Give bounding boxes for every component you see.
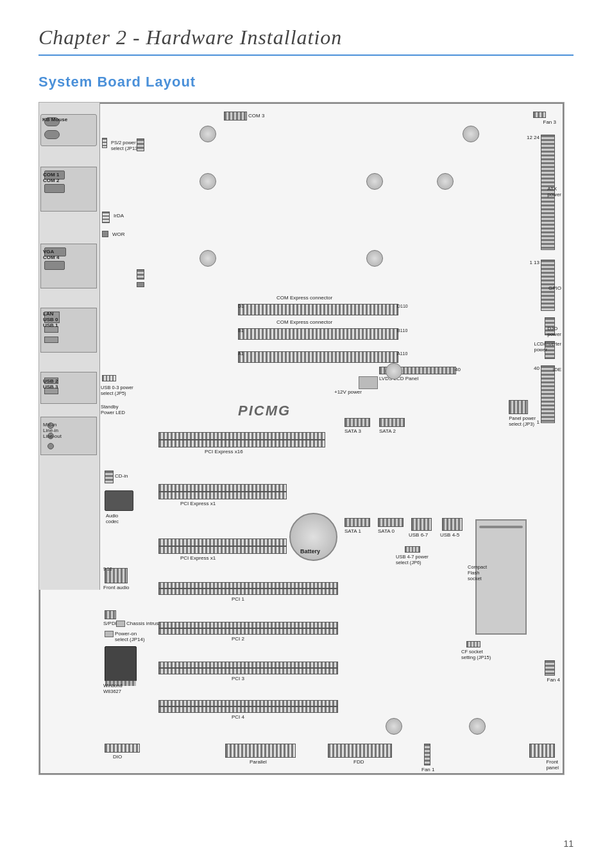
front-audio-label: Front audio <box>103 585 129 590</box>
audio-codec-ic <box>105 490 133 511</box>
usb67-label: USB 6-7 <box>409 532 428 538</box>
fan1-connector <box>424 744 430 765</box>
fan3-label: Fan 3 <box>543 119 556 125</box>
irda-connector <box>102 212 111 224</box>
wor-connector <box>102 231 110 238</box>
front-audio-9-label: 9 10 <box>103 567 112 571</box>
com-express-1-label: COM Express connector <box>276 295 332 301</box>
screw-hole-9 <box>386 718 402 735</box>
pci3-label: PCI 3 <box>232 676 244 681</box>
pcie-x1-1-bot <box>158 492 287 499</box>
pcie-x16-connector <box>158 432 325 440</box>
screw-hole-2 <box>463 126 479 142</box>
com3-connector <box>224 112 247 121</box>
atx-power-label: ATXpower <box>547 186 561 197</box>
pcie-x1-2-bot <box>158 546 287 554</box>
b1-label: B1 <box>238 328 244 333</box>
pci1-label: PCI 1 <box>232 596 244 602</box>
power-on-label: Power-onselect (JP14) <box>115 631 145 642</box>
page-container: Chapter 2 - Hardware Installation System… <box>0 0 612 868</box>
cf-setting-label: CF socketsetting (JP15) <box>461 649 491 660</box>
dio-label: DIO <box>113 754 122 760</box>
chassis-connector <box>116 621 125 627</box>
screw-hole-4 <box>366 173 383 190</box>
pci3-bot <box>158 668 338 674</box>
dio-connector <box>105 744 140 753</box>
chapter-title: Chapter 2 - Hardware Installation <box>38 26 574 49</box>
cdin-label: CD-in <box>115 473 128 479</box>
com-express-2-connector <box>238 328 398 340</box>
screw-hole-8 <box>386 363 402 380</box>
winbond-ic <box>105 646 137 681</box>
gpio-1-label: 1 13 <box>529 260 540 265</box>
sata0-label: SATA 0 <box>378 528 395 534</box>
pci4-bot <box>158 706 338 713</box>
usb23-label: USB 2USB 3 <box>43 378 58 390</box>
pcie-x1-1-label: PCI Express x1 <box>180 501 216 506</box>
pcie-x1-2-top <box>158 538 287 546</box>
winbond-label: WinbondW83627 <box>103 683 123 694</box>
spdf-connector <box>105 610 116 619</box>
usb1-port <box>44 337 58 343</box>
cf-setting-connector <box>466 641 480 647</box>
fdd-label: FDD <box>353 759 364 765</box>
fan1-label: Fan 1 <box>421 767 434 772</box>
pcie-x16-connector-2 <box>158 440 325 447</box>
pcie-x1-2-label: PCI Express x1 <box>180 555 216 561</box>
pci1-top <box>158 582 338 588</box>
front-panel-connector <box>529 744 555 758</box>
board-diagram: KB Mouse PS/2 powerselect (JP13) COM 1CO… <box>38 102 565 775</box>
pci2-bot <box>158 628 338 635</box>
usb03-power-connector <box>102 375 117 383</box>
fan3-connector <box>533 112 546 118</box>
sata2-connector <box>379 418 405 427</box>
gpio-label: GPIO <box>548 285 561 291</box>
screw-hole-10 <box>469 718 486 735</box>
audio-labels: Mic-inLine-inLine-out <box>43 422 62 439</box>
a1-label: A1 <box>238 351 244 356</box>
d1-label: D1 <box>238 304 244 308</box>
audio-codec-label: Audiocodec <box>106 513 119 524</box>
pcie-x1-1-top <box>158 484 287 492</box>
screw-hole-1 <box>200 126 216 142</box>
usb45-connector <box>442 518 463 531</box>
ide-connector <box>541 365 555 423</box>
a110-label: A110 <box>397 351 407 356</box>
b110-label: B110 <box>397 328 407 333</box>
irda-label: IrDA <box>114 213 124 219</box>
sata2-label: SATA 2 <box>379 428 396 434</box>
cdin-connector <box>105 471 114 483</box>
com-express-1-connector <box>238 304 398 315</box>
pci4-top <box>158 700 338 706</box>
screw-hole-7 <box>366 250 383 267</box>
parallel-label: Parallel <box>250 759 267 765</box>
wor-label: WOR <box>112 231 125 237</box>
lan-usb01-label: LANUSB 0USB 1 <box>43 311 58 328</box>
panel-power-label: Panel powerselect (JP3) <box>509 415 536 427</box>
usb67-connector <box>411 518 432 531</box>
cf-socket-slot <box>479 526 523 528</box>
sata0-connector <box>378 518 404 527</box>
wor-small <box>137 282 144 287</box>
fan4-connector <box>545 660 555 676</box>
standby-led-label: StandbyPower LED <box>101 404 125 415</box>
pci2-top <box>158 622 338 628</box>
sata1-connector <box>344 518 370 527</box>
front-panel-label: Frontpanel <box>546 759 559 771</box>
pci4-label: PCI 4 <box>232 714 244 720</box>
vga-com4-label: VGACOM 4 <box>43 249 59 260</box>
pcie-x16-label: PCI Express x16 <box>205 449 243 455</box>
lineout-port <box>47 443 54 449</box>
ide-label: IDE <box>553 367 561 372</box>
fdd-connector <box>328 744 392 758</box>
sata3-label: SATA 3 <box>344 428 361 434</box>
com-express-a-connector <box>238 351 398 363</box>
usb47-power-connector <box>405 546 420 553</box>
kb-mouse-label: KB Mouse <box>42 117 67 122</box>
fan-small-1 <box>137 138 144 151</box>
lvds-40-label: 40 <box>455 367 461 372</box>
section-title: System Board Layout <box>38 74 574 90</box>
ide-1-label: 1 <box>537 419 540 425</box>
ps2-power-connector <box>102 138 108 149</box>
ps2-power-label: PS/2 powerselect (JP13) <box>111 140 139 151</box>
